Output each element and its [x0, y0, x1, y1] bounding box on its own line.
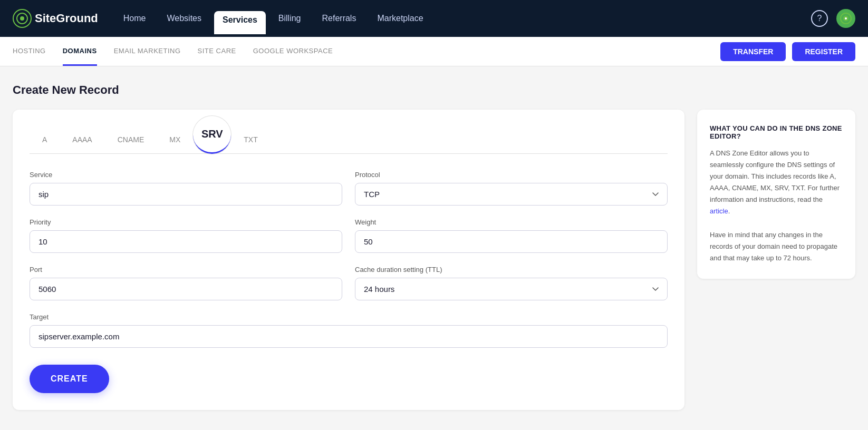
- form-group-target: Target: [30, 313, 668, 348]
- sub-nav: HOSTING DOMAINS EMAIL MARKETING SITE CAR…: [0, 37, 868, 66]
- weight-label: Weight: [355, 218, 668, 226]
- form-group-protocol: Protocol TCP UDP TLS: [355, 171, 668, 206]
- main-content: Create New Record A AAAA CNAME MX SRV TX…: [0, 66, 868, 427]
- content-row: A AAAA CNAME MX SRV TXT Service Protocol…: [13, 110, 855, 410]
- priority-input[interactable]: [30, 230, 342, 253]
- info-panel: WHAT YOU CAN DO IN THE DNS ZONE EDITOR? …: [697, 110, 855, 279]
- port-input[interactable]: [30, 278, 342, 300]
- subnav-domains[interactable]: DOMAINS: [63, 37, 97, 66]
- form-group-weight: Weight: [355, 218, 668, 253]
- tab-a[interactable]: A: [30, 129, 60, 151]
- form-card: A AAAA CNAME MX SRV TXT Service Protocol…: [13, 110, 684, 410]
- tab-mx[interactable]: MX: [157, 129, 193, 151]
- info-panel-link[interactable]: article: [710, 207, 728, 215]
- info-panel-title: WHAT YOU CAN DO IN THE DNS ZONE EDITOR?: [710, 124, 843, 140]
- tab-cname[interactable]: CNAME: [105, 129, 157, 151]
- form-row-target: Target: [30, 313, 668, 348]
- transfer-button[interactable]: TRANSFER: [720, 42, 786, 61]
- nav-marketplace[interactable]: Marketplace: [369, 9, 431, 27]
- form-row-port-cache: Port Cache duration setting (TTL) 1 hour…: [30, 266, 668, 300]
- sub-nav-buttons: TRANSFER REGISTER: [720, 42, 855, 61]
- nav-home[interactable]: Home: [115, 9, 155, 27]
- subnav-hosting[interactable]: HOSTING: [13, 37, 46, 66]
- form-group-cache: Cache duration setting (TTL) 1 hour 4 ho…: [355, 266, 668, 300]
- cache-select[interactable]: 1 hour 4 hours 12 hours 24 hours 48 hour…: [355, 278, 668, 300]
- service-label: Service: [30, 171, 342, 179]
- port-label: Port: [30, 266, 342, 273]
- protocol-label: Protocol: [355, 171, 668, 179]
- info-panel-text: A DNS Zone Editor allows you to seamless…: [710, 148, 843, 264]
- svg-point-2: [20, 16, 24, 21]
- subnav-google-workspace[interactable]: GOOGLE WORKSPACE: [253, 37, 333, 66]
- top-nav-links: Home Websites Services Billing Referrals…: [115, 9, 811, 28]
- nav-referrals[interactable]: Referrals: [314, 9, 365, 27]
- logo-area: SiteGround: [13, 9, 98, 28]
- cache-label: Cache duration setting (TTL): [355, 266, 668, 273]
- logo-text: SiteGround: [35, 12, 98, 25]
- register-button[interactable]: REGISTER: [792, 42, 855, 61]
- tab-srv[interactable]: SRV: [193, 116, 231, 154]
- svg-point-5: [845, 17, 847, 19]
- nav-services[interactable]: Services: [214, 11, 266, 34]
- sub-nav-links: HOSTING DOMAINS EMAIL MARKETING SITE CAR…: [13, 37, 720, 66]
- tab-aaaa[interactable]: AAAA: [60, 129, 104, 151]
- top-nav-right: ?: [811, 9, 855, 28]
- target-label: Target: [30, 313, 668, 321]
- priority-label: Priority: [30, 218, 342, 226]
- help-icon[interactable]: ?: [811, 10, 828, 27]
- nav-websites[interactable]: Websites: [158, 9, 210, 27]
- user-avatar[interactable]: [836, 9, 855, 28]
- nav-billing[interactable]: Billing: [270, 9, 310, 27]
- top-nav: SiteGround Home Websites Services Billin…: [0, 0, 868, 37]
- target-input[interactable]: [30, 325, 668, 348]
- form-group-priority: Priority: [30, 218, 342, 253]
- form-row-service-protocol: Service Protocol TCP UDP TLS: [30, 171, 668, 206]
- subnav-email-marketing[interactable]: EMAIL MARKETING: [114, 37, 181, 66]
- protocol-select[interactable]: TCP UDP TLS: [355, 183, 668, 206]
- info-text-1: A DNS Zone Editor allows you to seamless…: [710, 149, 840, 203]
- page-title: Create New Record: [13, 83, 855, 97]
- form-row-priority-weight: Priority Weight: [30, 218, 668, 253]
- service-input[interactable]: [30, 183, 342, 206]
- info-text-2: .Have in mind that any changes in the re…: [710, 207, 837, 261]
- weight-input[interactable]: [355, 230, 668, 253]
- siteground-logo-icon: [13, 9, 32, 28]
- subnav-site-care[interactable]: SITE CARE: [198, 37, 236, 66]
- form-group-service: Service: [30, 171, 342, 206]
- tab-txt[interactable]: TXT: [231, 129, 270, 151]
- record-tabs: A AAAA CNAME MX SRV TXT: [30, 126, 668, 154]
- create-button[interactable]: CREATE: [30, 365, 109, 393]
- form-group-port: Port: [30, 266, 342, 300]
